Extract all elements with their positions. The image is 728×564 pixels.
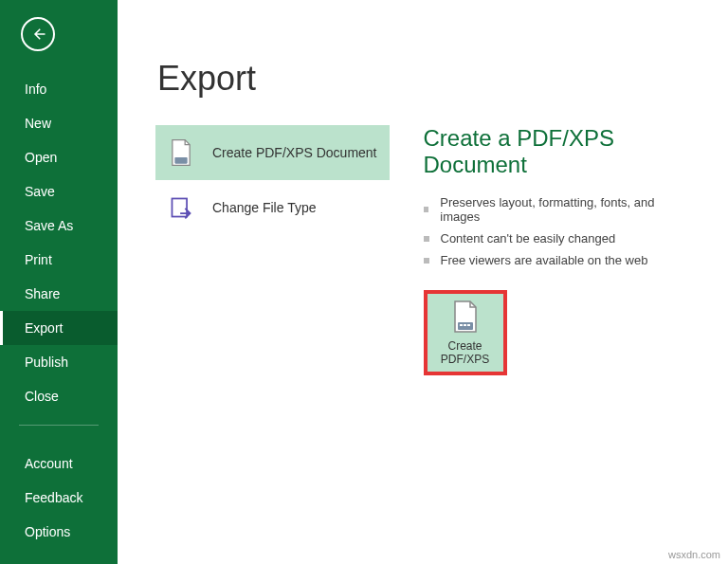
option-label: Change File Type <box>212 200 316 215</box>
nav-item-save[interactable]: Save <box>0 174 118 209</box>
svg-rect-3 <box>460 324 463 326</box>
nav-item-close[interactable]: Close <box>0 379 118 413</box>
bullet-icon <box>424 207 429 212</box>
bullet-icon <box>424 236 429 242</box>
back-button[interactable] <box>21 17 55 51</box>
nav-item-info[interactable]: Info <box>0 72 118 106</box>
nav-item-account[interactable]: Account <box>0 446 118 481</box>
nav-item-new[interactable]: New <box>0 106 118 140</box>
nav-item-share[interactable]: Share <box>0 277 118 311</box>
svg-rect-0 <box>174 157 187 164</box>
nav-divider <box>19 425 99 426</box>
svg-rect-4 <box>464 324 466 326</box>
option-label: Create PDF/XPS Document <box>212 145 377 160</box>
nav-item-save-as[interactable]: Save As <box>0 209 118 243</box>
bullet-icon <box>424 258 429 264</box>
back-arrow-icon <box>29 26 46 43</box>
export-options: Create PDF/XPS DocumentChange File Type <box>155 125 390 545</box>
export-option-change[interactable]: Change File Type <box>155 180 390 235</box>
nav-item-options[interactable]: Options <box>0 515 118 549</box>
export-detail: Create a PDF/XPS Document Preserves layo… <box>424 125 691 545</box>
detail-bullet: Preserves layout, formatting, fonts, and… <box>424 191 691 227</box>
pdf-document-icon <box>451 300 480 334</box>
watermark: wsxdn.com <box>668 549 720 560</box>
detail-bullet: Content can't be easily changed <box>424 227 691 249</box>
nav-item-print[interactable]: Print <box>0 243 118 277</box>
backstage-sidebar: InfoNewOpenSaveSave AsPrintShareExportPu… <box>0 0 118 564</box>
nav-footer: AccountFeedbackOptions <box>0 446 118 549</box>
detail-title: Create a PDF/XPS Document <box>424 125 691 178</box>
nav-item-export[interactable]: Export <box>0 311 118 345</box>
create-pdf-xps-button[interactable]: CreatePDF/XPS <box>424 290 507 375</box>
page-title: Export <box>157 59 256 99</box>
nav-item-feedback[interactable]: Feedback <box>0 481 118 515</box>
export-option-pdf[interactable]: Create PDF/XPS Document <box>155 125 390 180</box>
pdf-icon <box>167 138 195 167</box>
nav-item-open[interactable]: Open <box>0 140 118 174</box>
svg-rect-5 <box>467 324 470 326</box>
detail-bullets: Preserves layout, formatting, fonts, and… <box>424 191 691 271</box>
nav-list: InfoNewOpenSaveSave AsPrintShareExportPu… <box>0 72 118 413</box>
nav-item-publish[interactable]: Publish <box>0 345 118 379</box>
create-button-label: CreatePDF/XPS <box>441 339 489 367</box>
detail-bullet: Free viewers are available on the web <box>424 249 691 271</box>
change-icon <box>167 193 195 222</box>
